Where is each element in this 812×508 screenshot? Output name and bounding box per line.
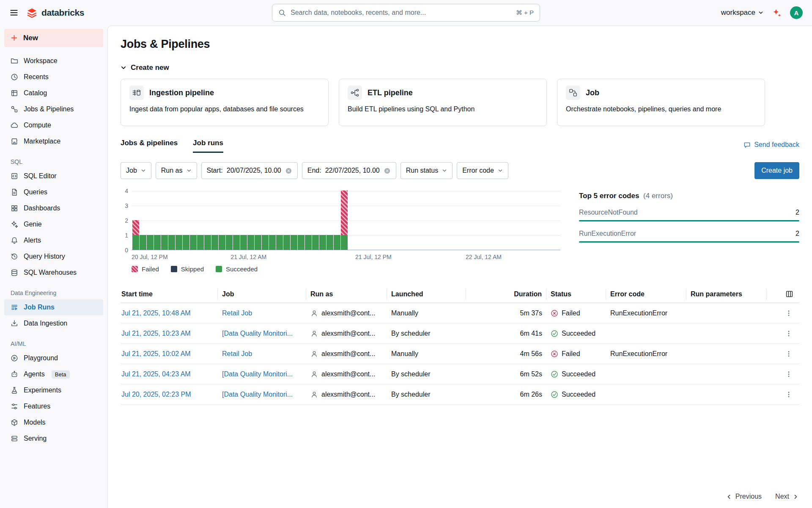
row-menu-button[interactable] [785,309,793,317]
next-button[interactable]: Next [775,493,798,500]
chart-bar[interactable] [233,235,240,250]
sidebar-item-models[interactable]: Models [4,414,103,431]
sidebar-item-marketplace[interactable]: Marketplace [4,133,103,149]
column-header-run-as[interactable]: Run as [306,289,387,300]
job-link[interactable]: [Data Quality Monitori... [222,330,293,337]
chart-bar[interactable] [341,190,348,250]
previous-button[interactable]: Previous [726,493,762,500]
chart-bar[interactable] [298,235,304,250]
legend-skipped[interactable]: Skipped [171,265,204,273]
table-row[interactable]: Jul 21, 2025, 10:23 AM [Data Quality Mon… [121,323,799,344]
create-job-button[interactable]: Create job [754,162,799,179]
legend-failed[interactable]: Failed [132,265,159,273]
sidebar-item-compute[interactable]: Compute [4,117,103,133]
avatar[interactable]: A [790,6,803,19]
chart-bar[interactable] [132,220,139,250]
row-menu-button[interactable] [785,391,793,398]
card-ingestion-pipeline[interactable]: Ingestion pipeline Ingest data from popu… [121,79,329,126]
sidebar-item-agents[interactable]: Agents Beta [4,366,103,382]
card-etl-pipeline[interactable]: ETL pipeline Build ETL pipelines using S… [339,79,547,126]
create-new-toggle[interactable]: Create new [121,64,799,72]
chart-bar[interactable] [305,235,312,250]
sidebar-item-genie[interactable]: Genie [4,216,103,232]
chart-bar[interactable] [161,235,168,250]
row-menu-button[interactable] [785,330,793,337]
error-code-item[interactable]: ResourceNotFound 2 [579,209,799,221]
tab-jobs-pipelines[interactable]: Jobs & pipelines [121,139,178,153]
chart-bar[interactable] [319,235,326,250]
sidebar-item-features[interactable]: Features [4,398,103,414]
table-row[interactable]: Jul 21, 2025, 04:23 AM [Data Quality Mon… [121,364,799,384]
chart-bar[interactable] [269,235,276,250]
job-link[interactable]: Retail Job [222,350,252,357]
end-date-filter[interactable]: End: 22/07/2025, 10.00 [302,162,396,179]
chart-bar[interactable] [262,235,269,250]
sidebar-item-sql-editor[interactable]: SQL Editor [4,168,103,184]
chart-bar[interactable] [219,235,225,250]
sidebar-item-catalog[interactable]: Catalog [4,85,103,101]
run-start-time-link[interactable]: Jul 21, 2025, 04:23 AM [121,370,191,378]
run-start-time-link[interactable]: Jul 20, 2025, 02:23 PM [121,391,191,398]
sidebar-item-alerts[interactable]: Alerts [4,232,103,248]
chart-bar[interactable] [283,235,290,250]
run-as-filter-dropdown[interactable]: Run as [156,162,197,179]
run-start-time-link[interactable]: Jul 21, 2025, 10:48 AM [121,309,191,317]
column-header-job[interactable]: Job [218,289,306,300]
job-filter-dropdown[interactable]: Job [121,162,151,179]
chart-bar[interactable] [276,235,283,250]
sidebar-item-workspace[interactable]: Workspace [4,53,103,69]
workspace-switcher[interactable]: workspace [721,8,763,17]
chart-bar[interactable] [240,235,247,250]
clear-end-date-icon[interactable] [384,167,391,174]
table-row[interactable]: Jul 21, 2025, 10:02 AM Retail Job alexsm… [121,344,799,364]
chart-bar[interactable] [176,235,182,250]
chart-bar[interactable] [334,235,340,250]
job-link[interactable]: [Data Quality Monitori... [222,370,293,378]
legend-succeeded[interactable]: Succeeded [216,265,258,273]
table-row[interactable]: Jul 21, 2025, 10:48 AM Retail Job alexsm… [121,303,799,323]
chart-bar[interactable] [255,235,261,250]
start-date-filter[interactable]: Start: 20/07/2025, 10.00 [201,162,298,179]
clear-start-date-icon[interactable] [285,167,292,174]
column-header-start-time[interactable]: Start time [121,289,218,300]
table-columns-icon[interactable] [785,290,793,298]
sidebar-item-experiments[interactable]: Experiments [4,382,103,398]
global-search[interactable]: ⌘ + P [272,4,540,22]
column-header-error-code[interactable]: Error code [606,289,686,300]
run-status-filter-dropdown[interactable]: Run status [401,162,453,179]
hamburger-menu-icon[interactable] [9,8,19,17]
column-header-status[interactable]: Status [546,289,606,300]
card-job[interactable]: Job Orchestrate notebooks, pipelines, qu… [557,79,765,126]
assistant-sparkle-icon[interactable] [772,8,782,18]
send-feedback-link[interactable]: Send feedback [743,141,799,153]
chart-bar[interactable] [147,235,154,250]
tab-job-runs[interactable]: Job runs [193,139,223,153]
row-menu-button[interactable] [785,370,793,378]
chart-bar[interactable] [247,235,254,250]
chart-bar[interactable] [168,235,175,250]
new-button[interactable]: New [4,29,103,47]
chart-bar[interactable] [326,235,333,250]
chart-bar[interactable] [140,235,146,250]
sidebar-item-query-history[interactable]: Query History [4,248,103,265]
sidebar-item-sql-warehouses[interactable]: SQL Warehouses [4,265,103,281]
chart-bar[interactable] [312,235,319,250]
chart-bar[interactable] [211,235,218,250]
row-menu-button[interactable] [785,350,793,358]
sidebar-item-data-ingestion[interactable]: Data Ingestion [4,315,103,331]
sidebar-item-serving[interactable]: Serving [4,431,103,447]
column-header-launched[interactable]: Launched [387,289,466,300]
job-link[interactable]: [Data Quality Monitori... [222,391,293,398]
chart-bar[interactable] [197,235,204,250]
search-input[interactable] [291,9,511,17]
column-header-duration[interactable]: Duration [466,289,546,300]
sidebar-item-queries[interactable]: Queries [4,184,103,200]
sidebar-item-jobs-pipelines[interactable]: Jobs & Pipelines [4,101,103,117]
error-code-item[interactable]: RunExecutionError 2 [579,230,799,243]
chart-bar[interactable] [291,235,297,250]
chart-bar[interactable] [154,235,161,250]
column-header-run-parameters[interactable]: Run parameters [686,289,767,300]
chart-bar[interactable] [190,235,197,250]
chart-bar[interactable] [226,235,233,250]
run-start-time-link[interactable]: Jul 21, 2025, 10:23 AM [121,330,191,337]
